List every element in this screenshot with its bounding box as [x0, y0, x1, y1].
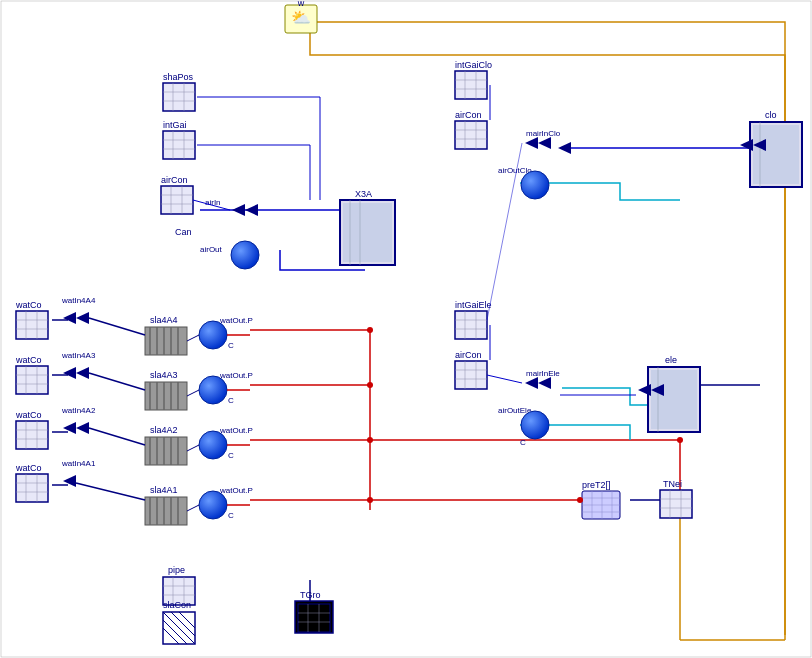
svg-rect-100: [16, 366, 48, 394]
svg-rect-29: [163, 83, 195, 111]
svg-text:sla4A2: sla4A2: [150, 425, 178, 435]
svg-rect-188: [660, 490, 692, 518]
svg-text:slaCon: slaCon: [163, 600, 191, 610]
svg-text:pipe: pipe: [168, 565, 185, 575]
svg-rect-162: [455, 361, 487, 389]
svg-text:sla4A3: sla4A3: [150, 370, 178, 380]
svg-point-115: [199, 376, 227, 404]
svg-rect-41: [161, 186, 193, 214]
svg-text:sla4A1: sla4A1: [150, 485, 178, 495]
svg-text:airCon: airCon: [455, 350, 482, 360]
svg-text:watOut.P: watOut.P: [219, 426, 253, 435]
diagram-svg: ⛅ w shaPos intGai airCon: [0, 0, 812, 658]
svg-text:watOut.P: watOut.P: [219, 486, 253, 495]
svg-text:shaPos: shaPos: [163, 72, 194, 82]
svg-rect-64: [455, 121, 487, 149]
svg-text:Can: Can: [175, 227, 192, 237]
svg-point-217: [577, 497, 583, 503]
svg-text:mairInEle: mairInEle: [526, 369, 560, 378]
svg-point-171: [521, 411, 549, 439]
svg-text:ele: ele: [665, 355, 677, 365]
svg-text:watOut.P: watOut.P: [219, 371, 253, 380]
svg-text:C: C: [228, 511, 234, 520]
svg-text:clo: clo: [765, 110, 777, 120]
svg-text:watCo: watCo: [15, 410, 42, 420]
svg-text:intGai: intGai: [163, 120, 187, 130]
svg-text:C: C: [228, 396, 234, 405]
svg-rect-35: [163, 131, 195, 159]
svg-text:watCo: watCo: [15, 355, 42, 365]
svg-text:watIn4A1: watIn4A1: [61, 459, 96, 468]
svg-text:sla4A4: sla4A4: [150, 315, 178, 325]
svg-rect-109: [145, 382, 187, 410]
svg-rect-138: [16, 474, 48, 502]
svg-rect-90: [145, 327, 187, 355]
svg-text:watIn4A3: watIn4A3: [61, 351, 96, 360]
svg-text:⛅: ⛅: [291, 8, 311, 27]
svg-text:C: C: [228, 341, 234, 350]
svg-rect-119: [16, 421, 48, 449]
svg-point-213: [367, 327, 373, 333]
svg-point-216: [367, 497, 373, 503]
svg-point-134: [199, 431, 227, 459]
svg-rect-207: [295, 601, 333, 633]
svg-rect-0: [0, 0, 812, 658]
svg-text:airCon: airCon: [455, 110, 482, 120]
svg-point-96: [199, 321, 227, 349]
svg-text:intGaiClo: intGaiClo: [455, 60, 492, 70]
svg-text:watOut.P: watOut.P: [219, 316, 253, 325]
svg-rect-81: [16, 311, 48, 339]
svg-point-152: [199, 491, 227, 519]
svg-text:C: C: [520, 438, 526, 447]
svg-text:preT2[]: preT2[]: [582, 480, 611, 490]
svg-point-215: [367, 437, 373, 443]
svg-text:C: C: [228, 451, 234, 460]
svg-rect-146: [145, 497, 187, 525]
svg-rect-128: [145, 437, 187, 465]
svg-text:watCo: watCo: [15, 300, 42, 310]
svg-text:mairInClo: mairInClo: [526, 129, 561, 138]
svg-rect-58: [455, 71, 487, 99]
svg-point-73: [521, 171, 549, 199]
svg-point-214: [367, 382, 373, 388]
svg-text:airCon: airCon: [161, 175, 188, 185]
svg-text:TNei: TNei: [663, 479, 682, 489]
svg-text:watIn4A2: watIn4A2: [61, 406, 96, 415]
svg-text:watIn4A4: watIn4A4: [61, 296, 96, 305]
svg-text:X3A: X3A: [355, 189, 372, 199]
svg-rect-53: [343, 203, 392, 262]
svg-point-50: [231, 241, 259, 269]
svg-rect-156: [455, 311, 487, 339]
svg-text:airOut: airOut: [200, 245, 223, 254]
diagram-canvas: ⛅ w shaPos intGai airCon: [0, 0, 812, 658]
svg-text:TGro: TGro: [300, 590, 321, 600]
svg-text:watCo: watCo: [15, 463, 42, 473]
svg-point-218: [677, 437, 683, 443]
svg-text:intGaiEle: intGaiEle: [455, 300, 492, 310]
